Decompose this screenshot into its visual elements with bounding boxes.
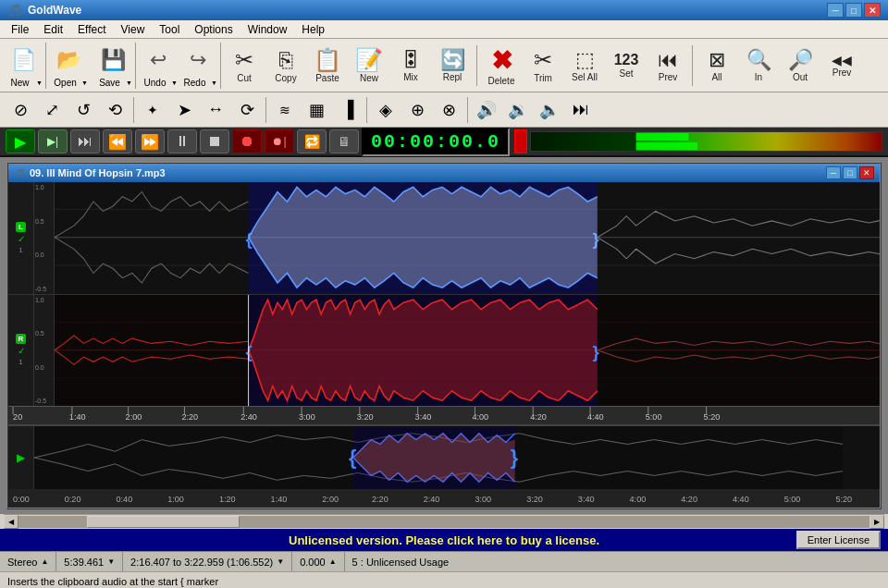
zoom-prev-label: Prev	[832, 67, 852, 78]
redo-button[interactable]: ↪	[179, 43, 217, 78]
mix-button[interactable]: 🎛 Mix	[390, 43, 431, 89]
scroll-right-arrow[interactable]: ▶	[870, 515, 884, 529]
svg-text:1:20: 1:20	[219, 495, 236, 504]
undo-button[interactable]: ↩	[139, 43, 178, 78]
sel-all-button[interactable]: ⬚ Sel All	[564, 43, 605, 89]
forward-button[interactable]: ⏩	[135, 129, 165, 153]
trim-button[interactable]: ✂ Trim	[523, 43, 563, 89]
tb2-btn-12[interactable]: ◈	[371, 95, 401, 125]
menu-effect[interactable]: Effect	[70, 21, 113, 38]
tb2-btn-4[interactable]: ⟲	[100, 95, 130, 125]
svg-text:4:40: 4:40	[733, 495, 749, 504]
pause-button[interactable]: ⏸	[167, 129, 197, 153]
cut-button[interactable]: ✂ Cut	[224, 43, 265, 89]
duration-arrow[interactable]: ▼	[107, 557, 115, 566]
loop-button[interactable]: 🔁	[297, 129, 327, 153]
value-arrow[interactable]: ▲	[329, 557, 337, 566]
tb2-btn-3[interactable]: ↺	[68, 95, 98, 125]
scroll-track[interactable]	[18, 516, 870, 528]
tb2-btn-11[interactable]: ▐	[333, 95, 363, 125]
license-message[interactable]: Unlicensed version. Please click here to…	[289, 533, 599, 547]
zoom-prev-button[interactable]: ◀◀ Prev	[821, 43, 862, 89]
tb2-btn-7[interactable]: ↔	[201, 95, 230, 125]
tb2-btn-1[interactable]: ⊘	[6, 95, 35, 125]
new-button[interactable]: 📄	[4, 43, 43, 78]
tb2-btn-vol3[interactable]: 🔈	[535, 95, 564, 125]
menu-edit[interactable]: Edit	[36, 21, 70, 38]
scroll-thumb[interactable]	[87, 516, 240, 528]
zoom-in-button[interactable]: 🔍 In	[738, 43, 779, 89]
trim-icon: ✂	[534, 47, 552, 73]
open-button[interactable]: 📂	[49, 43, 88, 78]
tb2-btn-2[interactable]: ⤢	[37, 95, 67, 125]
new-dropdown-arrow[interactable]: ▼	[36, 80, 43, 86]
save-label: Save	[93, 78, 126, 88]
transport-bar: ▶ ▶| ⏭ ⏪ ⏩ ⏸ ⏹ ⏺ ⏺| 🔁 🖥 00:00:00.0	[0, 128, 888, 157]
status-mode: Stereo ▲	[0, 552, 56, 571]
waveform-minimize[interactable]: ─	[826, 166, 841, 179]
zoom-out-button[interactable]: 🔎 Out	[780, 43, 820, 89]
r-scale: 1.00.50.0-0.5	[34, 295, 55, 407]
status-value: 0.000 ▲	[292, 552, 344, 571]
enter-license-button[interactable]: Enter License	[796, 531, 881, 549]
menu-window[interactable]: Window	[240, 21, 295, 38]
prev-button[interactable]: ⏮ Prev	[648, 43, 688, 89]
set-button[interactable]: 123 Set	[606, 43, 647, 89]
tb2-btn-vol2[interactable]: 🔉	[503, 95, 533, 125]
licensebar[interactable]: Unlicensed version. Please click here to…	[0, 529, 888, 551]
cut-icon: ✂	[235, 47, 253, 73]
save-icon: 💾	[101, 48, 126, 72]
record-button[interactable]: ⏺	[232, 129, 262, 153]
prev-label: Prev	[659, 72, 678, 82]
save-button[interactable]: 💾	[93, 43, 132, 78]
waveform-display[interactable]: L ✓ 1 1.00.50.0-0.5	[8, 182, 880, 406]
scroll-left-arrow[interactable]: ◀	[4, 515, 18, 529]
menu-help[interactable]: Help	[294, 21, 332, 38]
tb2-btn-6[interactable]: ➤	[169, 95, 199, 125]
delete-label: Delete	[488, 76, 515, 86]
tb2-btn-8[interactable]: ⟳	[232, 95, 262, 125]
minimize-button[interactable]: ─	[827, 3, 844, 18]
timecode-indicator	[514, 129, 527, 153]
undo-dropdown[interactable]: ▼	[171, 80, 178, 86]
tb2-btn-9[interactable]: ≋	[270, 95, 300, 125]
l-check: ✓	[18, 234, 25, 244]
screen-button[interactable]: 🖥	[329, 129, 359, 153]
waveform-icon: 🎵	[14, 168, 25, 178]
menu-tool[interactable]: Tool	[152, 21, 187, 38]
open-icon: 📂	[56, 48, 81, 72]
paste-button[interactable]: 📋 Paste	[307, 43, 348, 89]
rec-sel-button[interactable]: ⏺|	[265, 129, 294, 153]
play-sel-button[interactable]: ▶|	[38, 129, 68, 153]
tb2-btn-14[interactable]: ⊗	[434, 95, 463, 125]
tb2-btn-vol1[interactable]: 🔊	[472, 95, 501, 125]
svg-text:{: {	[245, 342, 252, 361]
selection-arrow[interactable]: ▼	[277, 557, 284, 566]
mode-arrow[interactable]: ▲	[41, 557, 48, 566]
copy-button[interactable]: ⎘ Copy	[265, 43, 306, 89]
delete-button[interactable]: ✖ Delete	[481, 43, 522, 89]
next-button[interactable]: ⏭	[70, 129, 100, 153]
menu-options[interactable]: Options	[187, 21, 240, 38]
zoom-all-button[interactable]: ⊠ All	[697, 43, 737, 89]
save-dropdown-arrow[interactable]: ▼	[126, 80, 132, 86]
menu-view[interactable]: View	[114, 21, 153, 38]
open-dropdown-arrow[interactable]: ▼	[81, 80, 88, 86]
tb2-btn-13[interactable]: ⊕	[402, 95, 432, 125]
new2-button[interactable]: 📝 New	[349, 43, 389, 89]
waveform-close[interactable]: ✕	[859, 166, 874, 179]
waveform-restore[interactable]: □	[843, 166, 857, 179]
stop-button[interactable]: ⏹	[200, 129, 229, 153]
tb2-btn-5[interactable]: ✦	[138, 95, 167, 125]
tb2-btn-vol4[interactable]: ⏭	[566, 95, 596, 125]
maximize-button[interactable]: □	[845, 3, 862, 18]
menu-file[interactable]: File	[4, 21, 36, 38]
overview-strip[interactable]: ▶ { }	[8, 424, 880, 489]
redo-dropdown[interactable]: ▼	[211, 80, 217, 86]
repl-button[interactable]: 🔄 Repl	[432, 43, 473, 89]
mix-label: Mix	[403, 72, 418, 82]
rewind-button[interactable]: ⏪	[103, 129, 132, 153]
tb2-btn-10[interactable]: ▦	[302, 95, 331, 125]
play-button[interactable]: ▶	[6, 129, 35, 153]
close-button[interactable]: ✕	[864, 3, 881, 18]
